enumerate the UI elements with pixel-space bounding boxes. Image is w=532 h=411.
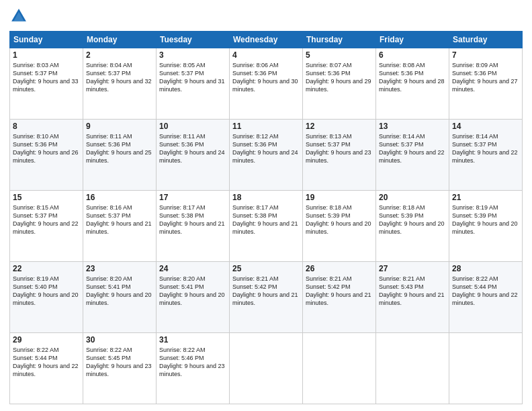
cell-info: Sunrise: 8:11 AMSunset: 5:36 PMDaylight:… <box>86 132 153 165</box>
calendar-cell: 15Sunrise: 8:15 AMSunset: 5:37 PMDayligh… <box>10 191 83 262</box>
calendar-cell <box>230 333 303 404</box>
calendar-cell: 27Sunrise: 8:21 AMSunset: 5:43 PMDayligh… <box>376 262 449 333</box>
day-number: 4 <box>232 50 300 60</box>
calendar-cell: 17Sunrise: 8:17 AMSunset: 5:38 PMDayligh… <box>157 191 230 262</box>
calendar-week-5: 29Sunrise: 8:22 AMSunset: 5:44 PMDayligh… <box>10 333 523 404</box>
calendar-cell: 13Sunrise: 8:14 AMSunset: 5:37 PMDayligh… <box>376 120 449 191</box>
logo-icon <box>9 7 28 26</box>
cell-info: Sunrise: 8:14 AMSunset: 5:37 PMDaylight:… <box>379 132 446 165</box>
day-number: 19 <box>306 193 373 202</box>
calendar-cell: 2Sunrise: 8:04 AMSunset: 5:37 PMDaylight… <box>83 48 157 120</box>
calendar-table: SundayMondayTuesdayWednesdayThursdayFrid… <box>9 31 523 404</box>
day-number: 26 <box>306 264 373 273</box>
cell-info: Sunrise: 8:22 AMSunset: 5:44 PMDaylight:… <box>452 275 519 308</box>
calendar-cell: 22Sunrise: 8:19 AMSunset: 5:40 PMDayligh… <box>10 262 83 333</box>
calendar-cell: 11Sunrise: 8:12 AMSunset: 5:36 PMDayligh… <box>230 120 303 191</box>
cell-info: Sunrise: 8:12 AMSunset: 5:36 PMDaylight:… <box>232 132 300 165</box>
calendar-cell: 14Sunrise: 8:14 AMSunset: 5:37 PMDayligh… <box>449 120 523 191</box>
calendar-cell: 12Sunrise: 8:13 AMSunset: 5:37 PMDayligh… <box>303 120 376 191</box>
day-number: 29 <box>13 335 80 345</box>
day-number: 30 <box>86 335 153 345</box>
col-header-sunday: Sunday <box>10 32 83 48</box>
calendar-cell: 16Sunrise: 8:16 AMSunset: 5:37 PMDayligh… <box>83 191 157 262</box>
col-header-tuesday: Tuesday <box>157 32 230 48</box>
header <box>9 7 523 26</box>
day-number: 24 <box>159 264 226 273</box>
day-number: 13 <box>379 122 446 131</box>
calendar-cell: 26Sunrise: 8:21 AMSunset: 5:42 PMDayligh… <box>303 262 376 333</box>
day-number: 10 <box>159 122 226 131</box>
calendar-cell <box>376 333 449 404</box>
calendar-cell: 4Sunrise: 8:06 AMSunset: 5:36 PMDaylight… <box>230 48 303 120</box>
day-number: 3 <box>159 50 226 60</box>
day-number: 28 <box>452 264 519 273</box>
day-number: 23 <box>86 264 153 273</box>
cell-info: Sunrise: 8:14 AMSunset: 5:37 PMDaylight:… <box>452 132 519 165</box>
cell-info: Sunrise: 8:07 AMSunset: 5:36 PMDaylight:… <box>306 61 373 94</box>
cell-info: Sunrise: 8:10 AMSunset: 5:36 PMDaylight:… <box>13 132 80 165</box>
calendar-cell: 9Sunrise: 8:11 AMSunset: 5:36 PMDaylight… <box>83 120 157 191</box>
day-number: 21 <box>452 193 519 202</box>
day-number: 5 <box>306 50 373 60</box>
day-number: 16 <box>86 193 153 202</box>
cell-info: Sunrise: 8:18 AMSunset: 5:39 PMDaylight:… <box>306 203 373 236</box>
calendar-cell: 25Sunrise: 8:21 AMSunset: 5:42 PMDayligh… <box>230 262 303 333</box>
calendar-cell: 5Sunrise: 8:07 AMSunset: 5:36 PMDaylight… <box>303 48 376 120</box>
cell-info: Sunrise: 8:17 AMSunset: 5:38 PMDaylight:… <box>232 203 300 236</box>
cell-info: Sunrise: 8:22 AMSunset: 5:45 PMDaylight:… <box>86 346 153 379</box>
cell-info: Sunrise: 8:20 AMSunset: 5:41 PMDaylight:… <box>86 275 153 308</box>
calendar-cell: 29Sunrise: 8:22 AMSunset: 5:44 PMDayligh… <box>10 333 83 404</box>
calendar-cell: 19Sunrise: 8:18 AMSunset: 5:39 PMDayligh… <box>303 191 376 262</box>
cell-info: Sunrise: 8:21 AMSunset: 5:42 PMDaylight:… <box>232 275 300 308</box>
cell-info: Sunrise: 8:05 AMSunset: 5:37 PMDaylight:… <box>159 61 226 94</box>
calendar-week-3: 15Sunrise: 8:15 AMSunset: 5:37 PMDayligh… <box>10 191 523 262</box>
calendar-cell: 6Sunrise: 8:08 AMSunset: 5:36 PMDaylight… <box>376 48 449 120</box>
calendar-cell: 7Sunrise: 8:09 AMSunset: 5:36 PMDaylight… <box>449 48 523 120</box>
calendar-cell: 30Sunrise: 8:22 AMSunset: 5:45 PMDayligh… <box>83 333 157 404</box>
cell-info: Sunrise: 8:17 AMSunset: 5:38 PMDaylight:… <box>159 203 226 236</box>
calendar-cell: 10Sunrise: 8:11 AMSunset: 5:36 PMDayligh… <box>157 120 230 191</box>
day-number: 8 <box>13 122 80 131</box>
cell-info: Sunrise: 8:04 AMSunset: 5:37 PMDaylight:… <box>86 61 153 94</box>
day-number: 11 <box>232 122 300 131</box>
cell-info: Sunrise: 8:11 AMSunset: 5:36 PMDaylight:… <box>159 132 226 165</box>
cell-info: Sunrise: 8:20 AMSunset: 5:41 PMDaylight:… <box>159 275 226 308</box>
calendar-cell: 8Sunrise: 8:10 AMSunset: 5:36 PMDaylight… <box>10 120 83 191</box>
day-number: 27 <box>379 264 446 273</box>
cell-info: Sunrise: 8:22 AMSunset: 5:46 PMDaylight:… <box>159 346 226 379</box>
cell-info: Sunrise: 8:08 AMSunset: 5:36 PMDaylight:… <box>379 61 446 94</box>
calendar-cell: 18Sunrise: 8:17 AMSunset: 5:38 PMDayligh… <box>230 191 303 262</box>
calendar-cell: 1Sunrise: 8:03 AMSunset: 5:37 PMDaylight… <box>10 48 83 120</box>
day-number: 14 <box>452 122 519 131</box>
cell-info: Sunrise: 8:16 AMSunset: 5:37 PMDaylight:… <box>86 203 153 236</box>
day-number: 18 <box>232 193 300 202</box>
day-number: 15 <box>13 193 80 202</box>
calendar-week-1: 1Sunrise: 8:03 AMSunset: 5:37 PMDaylight… <box>10 48 523 120</box>
cell-info: Sunrise: 8:06 AMSunset: 5:36 PMDaylight:… <box>232 61 300 94</box>
day-number: 7 <box>452 50 519 60</box>
day-number: 31 <box>159 335 226 345</box>
day-number: 25 <box>232 264 300 273</box>
cell-info: Sunrise: 8:09 AMSunset: 5:36 PMDaylight:… <box>452 61 519 94</box>
calendar-cell: 28Sunrise: 8:22 AMSunset: 5:44 PMDayligh… <box>449 262 523 333</box>
calendar-cell: 21Sunrise: 8:19 AMSunset: 5:39 PMDayligh… <box>449 191 523 262</box>
calendar-week-2: 8Sunrise: 8:10 AMSunset: 5:36 PMDaylight… <box>10 120 523 191</box>
day-number: 2 <box>86 50 153 60</box>
calendar-cell: 20Sunrise: 8:18 AMSunset: 5:39 PMDayligh… <box>376 191 449 262</box>
calendar-cell: 3Sunrise: 8:05 AMSunset: 5:37 PMDaylight… <box>157 48 230 120</box>
logo <box>9 7 31 26</box>
calendar-week-4: 22Sunrise: 8:19 AMSunset: 5:40 PMDayligh… <box>10 262 523 333</box>
cell-info: Sunrise: 8:21 AMSunset: 5:42 PMDaylight:… <box>306 275 373 308</box>
day-number: 20 <box>379 193 446 202</box>
day-number: 6 <box>379 50 446 60</box>
cell-info: Sunrise: 8:22 AMSunset: 5:44 PMDaylight:… <box>13 346 80 379</box>
col-header-thursday: Thursday <box>303 32 376 48</box>
col-header-monday: Monday <box>83 32 157 48</box>
cell-info: Sunrise: 8:19 AMSunset: 5:40 PMDaylight:… <box>13 275 80 308</box>
cell-info: Sunrise: 8:18 AMSunset: 5:39 PMDaylight:… <box>379 203 446 236</box>
calendar-cell <box>303 333 376 404</box>
cell-info: Sunrise: 8:15 AMSunset: 5:37 PMDaylight:… <box>13 203 80 236</box>
day-number: 17 <box>159 193 226 202</box>
calendar-cell: 23Sunrise: 8:20 AMSunset: 5:41 PMDayligh… <box>83 262 157 333</box>
col-header-friday: Friday <box>376 32 449 48</box>
